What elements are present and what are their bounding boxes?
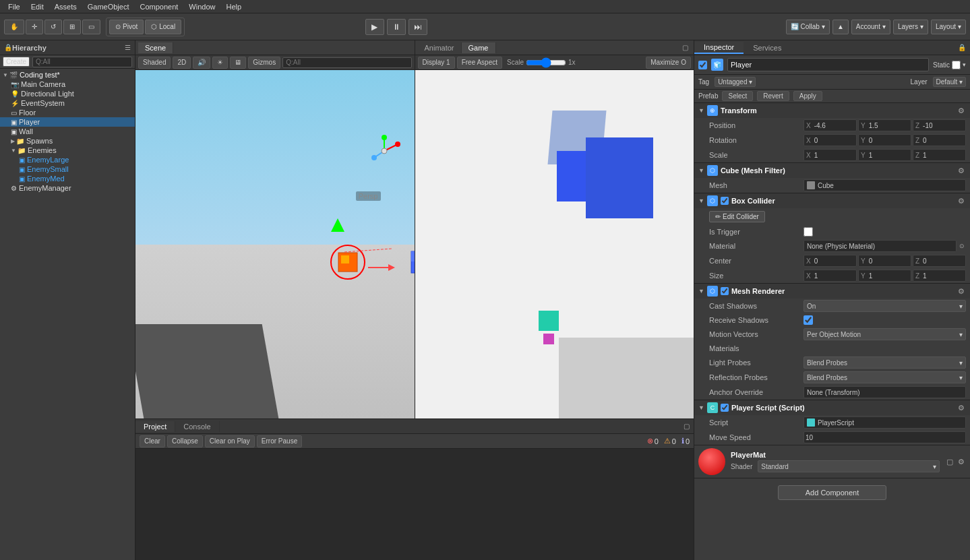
cast-shadows-dropdown[interactable]: On ▾ [804, 300, 966, 312]
scale-y-input[interactable] [868, 152, 911, 159]
rect-tool-btn[interactable]: ▭ [82, 20, 100, 34]
hierarchy-item-maincamera[interactable]: 📷 Main Camera [0, 80, 135, 89]
render-btn[interactable]: 🖥 [230, 57, 246, 69]
hierarchy-item-enemymed[interactable]: ▣ EnemyMed [0, 174, 135, 183]
add-component-btn[interactable]: Add Component [778, 485, 887, 500]
play-btn[interactable]: ▶ [365, 19, 384, 35]
menu-edit[interactable]: Edit [26, 3, 49, 11]
layers-btn[interactable]: Layers ▾ [893, 20, 928, 34]
tab-inspector[interactable]: Inspector [694, 42, 744, 54]
menu-window[interactable]: Window [183, 3, 220, 11]
static-dropdown-icon[interactable]: ▾ [963, 61, 966, 68]
prefab-revert-btn[interactable]: Revert [757, 91, 789, 101]
collider-material-expand-icon[interactable]: ⊙ [958, 243, 966, 249]
account-btn[interactable]: Account ▾ [851, 20, 890, 34]
aspect-btn[interactable]: Free Aspect [457, 57, 502, 69]
mesh-ref[interactable]: Cube [804, 179, 966, 191]
menu-file[interactable]: File [3, 3, 26, 11]
gizmos-btn[interactable]: Gizmos [248, 57, 280, 69]
menu-gameobject[interactable]: GameObject [82, 3, 135, 11]
shader-dropdown[interactable]: Standard ▾ [758, 460, 940, 472]
pos-y-input[interactable] [868, 122, 911, 129]
2d-btn[interactable]: 2D [173, 57, 191, 69]
console-expand-icon[interactable]: ▢ [679, 423, 694, 430]
game-viewport[interactable] [415, 70, 694, 418]
size-y-input[interactable] [868, 272, 911, 280]
hierarchy-item-spawns[interactable]: ▶ 📁 Spawns [0, 136, 135, 146]
hierarchy-item-player[interactable]: ▣ Player [0, 117, 135, 127]
center-z-input[interactable] [921, 257, 965, 265]
player-script-header[interactable]: ▼ C Player Script (Script) ⚙ [694, 400, 970, 415]
collab-btn[interactable]: 🔄 Collab ▾ [786, 20, 830, 34]
center-y-input[interactable] [868, 257, 911, 265]
scene-search[interactable] [282, 57, 411, 68]
player-script-settings-icon[interactable]: ⚙ [957, 404, 966, 412]
error-pause-btn[interactable]: Error Pause [257, 435, 302, 447]
hierarchy-menu-icon[interactable]: ☰ [125, 44, 131, 51]
cloud-btn[interactable]: ▲ [832, 20, 849, 34]
clear-on-play-btn[interactable]: Clear on Play [205, 435, 255, 447]
create-btn[interactable]: Create [3, 57, 30, 67]
scale-x-input[interactable] [813, 152, 856, 159]
light-probes-dropdown[interactable]: Blend Probes ▾ [804, 356, 966, 369]
scene-viewport[interactable]: Persp [135, 70, 415, 418]
is-trigger-checkbox[interactable] [804, 227, 813, 237]
scale-slider[interactable] [526, 58, 566, 67]
hierarchy-item-dirlight[interactable]: 💡 Directional Light [0, 89, 135, 98]
center-x-input[interactable] [813, 257, 856, 265]
mesh-filter-header[interactable]: ▼ ⬡ Cube (Mesh Filter) ⚙ [694, 163, 970, 178]
materials-row[interactable]: Materials [694, 342, 970, 355]
pivot-btn[interactable]: ⊙ Pivot [109, 20, 144, 34]
tab-project[interactable]: Project [135, 421, 175, 432]
local-btn[interactable]: ⬡ Local [145, 20, 181, 34]
object-active-checkbox[interactable] [698, 61, 707, 69]
hierarchy-item-enemies[interactable]: ▼ 📁 Enemies [0, 146, 135, 155]
menu-component[interactable]: Component [134, 3, 183, 11]
pos-x-input[interactable] [813, 122, 856, 129]
move-speed-input[interactable] [804, 434, 965, 441]
box-collider-checkbox[interactable] [721, 197, 729, 205]
mesh-renderer-checkbox[interactable] [721, 287, 729, 295]
tab-game[interactable]: Game [462, 42, 496, 53]
display-btn[interactable]: Display 1 [418, 57, 455, 69]
box-collider-header[interactable]: ▼ ⬡ Box Collider ⚙ [694, 193, 970, 208]
tab-console[interactable]: Console [175, 421, 219, 432]
hierarchy-item-floor[interactable]: ▭ Floor [0, 108, 135, 117]
step-btn[interactable]: ⏭ [408, 19, 427, 35]
tab-services[interactable]: Services [744, 42, 791, 53]
menu-assets[interactable]: Assets [49, 3, 82, 11]
inspector-lock-icon[interactable]: 🔒 [954, 44, 970, 51]
hierarchy-item-eventsystem[interactable]: ⚡ EventSystem [0, 98, 135, 108]
tab-animator[interactable]: Animator [418, 42, 462, 53]
size-x-input[interactable] [813, 272, 856, 280]
fx-btn[interactable]: ☀ [212, 57, 228, 69]
maximize-btn[interactable]: Maximize O [646, 57, 691, 69]
rot-x-input[interactable] [813, 137, 856, 144]
clear-btn[interactable]: Clear [140, 435, 165, 447]
reflection-probes-dropdown[interactable]: Blend Probes ▾ [804, 371, 966, 383]
layer-select[interactable]: Default ▾ [933, 77, 966, 87]
rot-z-input[interactable] [921, 137, 965, 144]
collider-material-ref[interactable]: None (Physic Material) [804, 240, 957, 252]
move-tool-btn[interactable]: ✛ [26, 20, 43, 34]
pos-z-input[interactable] [921, 122, 965, 129]
static-checkbox[interactable] [952, 61, 961, 69]
prefab-select-btn[interactable]: Select [722, 91, 753, 101]
hierarchy-item-enemysmall[interactable]: ▣ EnemySmall [0, 164, 135, 174]
transform-header[interactable]: ▼ ⊕ Transform ⚙ [694, 103, 970, 118]
playermat-expand-btn[interactable]: ▢ [945, 458, 954, 466]
layout-btn[interactable]: Layout ▾ [931, 20, 966, 34]
edit-collider-btn[interactable]: ✏ Edit Collider [709, 211, 765, 222]
transform-settings-icon[interactable]: ⚙ [957, 106, 966, 115]
prefab-apply-btn[interactable]: Apply [793, 91, 822, 101]
hierarchy-item-enemymanager[interactable]: ⚙ EnemyManager [0, 183, 135, 193]
script-ref[interactable]: PlayerScript [804, 416, 966, 429]
hierarchy-search[interactable] [32, 57, 132, 67]
rotate-tool-btn[interactable]: ↺ [44, 20, 62, 34]
mesh-renderer-settings-icon[interactable]: ⚙ [957, 287, 966, 296]
scale-z-input[interactable] [921, 152, 965, 159]
menu-help[interactable]: Help [220, 3, 247, 11]
tab-scene[interactable]: Scene [138, 42, 173, 53]
anchor-override-ref[interactable]: None (Transform) [804, 386, 966, 398]
collapse-btn[interactable]: Collapse [167, 435, 203, 447]
